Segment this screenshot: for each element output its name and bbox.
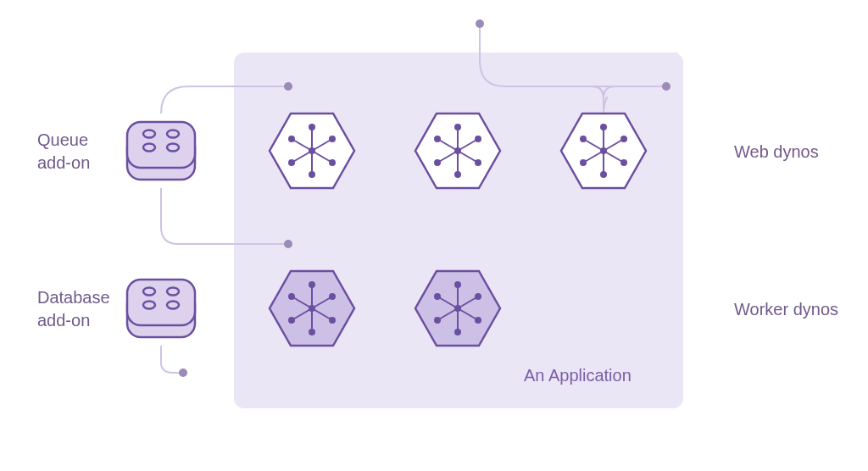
svg-point-25 (662, 82, 670, 91)
svg-point-23 (179, 368, 187, 377)
svg-point-21 (284, 82, 292, 91)
svg-point-24 (476, 19, 484, 28)
svg-rect-20 (475, 53, 678, 97)
label-application: An Application (524, 364, 632, 387)
application-container (234, 53, 683, 408)
svg-point-22 (284, 240, 292, 248)
queue-addon-icon (127, 122, 195, 180)
architecture-diagram (0, 0, 868, 471)
label-database-addon: Database add-on (37, 286, 110, 332)
label-worker-dynos: Worker dynos (734, 298, 838, 321)
label-web-dynos: Web dynos (734, 141, 819, 163)
database-addon-icon (127, 280, 195, 337)
label-queue-addon: Queue add-on (37, 129, 90, 175)
